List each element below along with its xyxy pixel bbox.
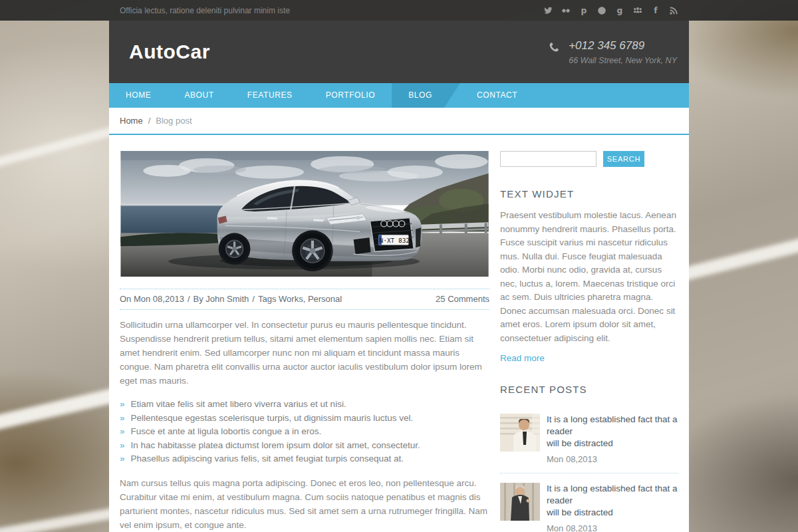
double-chevron-icon: » [120, 452, 125, 466]
text-widget-body: Praesent vestibulum molestie lacus. Aene… [500, 209, 678, 345]
recent-post-item: It is a long established fact that a rea… [500, 473, 678, 532]
sidebar: SEARCH TEXT WIDJET Praesent vestibulum m… [500, 151, 678, 532]
list-item: »Fusce et ante at ligula lobortis congue… [120, 425, 489, 439]
nav-item-portfolio[interactable]: PORTFOLIO [309, 83, 392, 108]
recent-post-date: Mon 08,2013 [547, 523, 678, 532]
dribbble-icon[interactable] [597, 6, 606, 15]
nav-item-home[interactable]: HOME [109, 83, 168, 108]
svg-text:f: f [654, 6, 658, 15]
post-author[interactable]: John Smith [205, 294, 249, 304]
recent-post-thumbnail[interactable] [500, 483, 540, 521]
list-item: »Etiam vitae felis sit amet libero viver… [120, 398, 489, 412]
myspace-icon[interactable] [633, 6, 642, 15]
flickr-icon[interactable] [561, 6, 571, 15]
nav-item-blog[interactable]: BLOG [392, 83, 460, 108]
search-input[interactable] [500, 151, 597, 167]
svg-text:N·XT 832: N·XT 832 [380, 237, 410, 244]
blog-post: N·XT 832 On Mon 08,2013/By John Smith/Ta… [120, 151, 489, 532]
double-chevron-icon: » [120, 425, 125, 439]
recent-post-title[interactable]: It is a long established fact that a rea… [547, 414, 678, 450]
featured-image-car: N·XT 832 [120, 151, 489, 277]
facebook-icon[interactable]: f [651, 6, 660, 15]
google-icon[interactable]: g [615, 6, 624, 15]
nav-item-features[interactable]: FEATURES [231, 83, 309, 108]
post-meta: On Mon 08,2013/By John Smith/Tags Works,… [120, 289, 489, 310]
license-plate: N·XT 832 [378, 235, 410, 245]
comments-count[interactable]: 25 Comments [436, 294, 489, 304]
topbar: Officia lectus, ratione deleniti pulvina… [0, 0, 798, 21]
site-header: AutoCar +012 345 6789 66 Wall Street, Ne… [109, 21, 689, 83]
double-chevron-icon: » [120, 398, 125, 412]
double-chevron-icon: » [120, 439, 125, 453]
breadcrumb-separator: / [148, 116, 151, 126]
main-nav: HOME ABOUT FEATURES PORTFOLIO BLOG CONTA… [109, 83, 689, 108]
search-button[interactable]: SEARCH [603, 151, 644, 167]
address: 66 Wall Street, New York, NY [569, 56, 677, 65]
header-contact: +012 345 6789 66 Wall Street, New York, … [547, 39, 677, 65]
post-paragraph: Sollicitudin urna ullamcorper vel. In co… [120, 318, 489, 388]
list-item: »Pellentesque egestas scelerisque turpis… [120, 412, 489, 426]
list-item: »Phasellus adipiscing varius felis, sit … [120, 452, 489, 466]
recent-posts-title: RECENT POSTS [500, 384, 678, 395]
breadcrumb-current: Blog post [156, 116, 192, 126]
nav-item-about[interactable]: ABOUT [168, 83, 230, 108]
recent-post-thumbnail[interactable] [500, 414, 540, 452]
twitter-icon[interactable] [543, 6, 553, 15]
phone-number: +012 345 6789 [569, 39, 677, 53]
read-more-link[interactable]: Read more [500, 353, 545, 363]
svg-text:p: p [581, 6, 587, 15]
recent-post-date: Mon 08,2013 [547, 454, 678, 464]
breadcrumb: Home / Blog post [109, 108, 689, 135]
rss-icon[interactable] [669, 6, 678, 15]
recent-post-title[interactable]: It is a long established fact that a rea… [547, 483, 678, 519]
site-tagline: Officia lectus, ratione deleniti pulvina… [120, 6, 290, 15]
recent-post-item: It is a long established fact that a rea… [500, 404, 678, 473]
post-date[interactable]: Mon 08,2013 [134, 294, 184, 304]
nav-item-contact[interactable]: CONTACT [460, 83, 534, 108]
breadcrumb-home[interactable]: Home [120, 116, 143, 126]
post-paragraph: Nam cursus tellus quis magna porta adipi… [120, 476, 489, 532]
post-bullet-list: »Etiam vitae felis sit amet libero viver… [120, 398, 489, 466]
phone-icon [547, 41, 561, 55]
site-logo[interactable]: AutoCar [129, 41, 210, 63]
double-chevron-icon: » [120, 412, 125, 426]
social-links: p g f [543, 6, 678, 15]
post-tags[interactable]: Works, Personal [279, 294, 342, 304]
pinterest-icon[interactable]: p [579, 6, 589, 15]
svg-text:g: g [617, 6, 623, 15]
text-widget-title: TEXT WIDJET [500, 188, 678, 200]
list-item: »In hac habitasse platea dictumst lorem … [120, 439, 489, 453]
